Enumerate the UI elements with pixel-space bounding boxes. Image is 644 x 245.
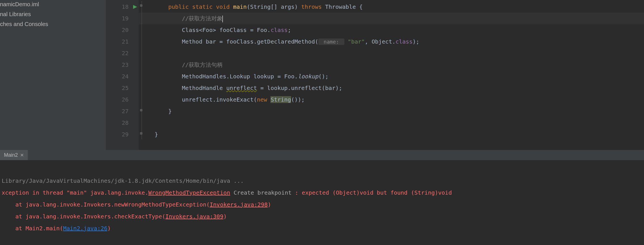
sidebar-item[interactable]: nal Libraries: [0, 10, 106, 20]
inlay-hint: name:: [318, 38, 344, 45]
line-number: 29: [122, 131, 129, 138]
fold-end-icon[interactable]: ⊟: [140, 131, 144, 135]
console-command: Library/Java/JavaVirtualMachines/jdk-1.8…: [2, 177, 244, 184]
code-line[interactable]: MethodHandles.Lookup lookup = Foo.lookup…: [139, 71, 644, 82]
exception-link[interactable]: WrongMethodTypeException: [148, 189, 230, 196]
code-area[interactable]: ⊟ ⊟ ⊟ public static void main(String[] a…: [139, 0, 644, 150]
line-number: 21: [122, 38, 129, 45]
code-line[interactable]: [139, 117, 644, 129]
gutter: 18 19 20 21 22 23 24 25 26 27 28 29: [106, 0, 139, 150]
code-line[interactable]: public static void main(String[] args) t…: [139, 1, 644, 13]
code-line[interactable]: //获取方法对象: [139, 13, 644, 24]
line-number: 25: [122, 85, 129, 91]
code-line[interactable]: Class<Foo> fooClass = Foo.class;: [139, 24, 644, 36]
run-tool-window: Main2 ✕ Library/Java/JavaVirtualMachines…: [0, 150, 644, 245]
fold-handle-icon[interactable]: ⊟: [140, 3, 144, 7]
sidebar-item[interactable]: namicDemo.iml: [0, 0, 106, 10]
fold-column: ⊟ ⊟ ⊟: [139, 0, 147, 150]
close-icon[interactable]: ✕: [20, 152, 24, 158]
stacktrace-link[interactable]: Invokers.java:309: [165, 213, 223, 220]
line-number: 20: [122, 27, 129, 33]
run-gutter-icon[interactable]: [133, 1, 137, 13]
run-tab-label: Main2: [4, 152, 18, 158]
svg-marker-0: [133, 5, 137, 9]
fold-end-icon[interactable]: ⊟: [140, 108, 144, 112]
run-tab[interactable]: Main2 ✕: [0, 150, 28, 160]
project-sidebar[interactable]: namicDemo.iml nal Libraries ches and Con…: [0, 0, 106, 150]
sidebar-item-label: ches and Consoles: [0, 21, 48, 27]
sidebar-item-label: namicDemo.iml: [0, 1, 39, 7]
line-number: 26: [122, 96, 129, 103]
run-tabs: Main2 ✕: [0, 150, 644, 160]
line-number: 27: [122, 108, 129, 115]
code-line[interactable]: Method bar = fooClass.getDeclaredMethod(…: [139, 36, 644, 48]
line-number: 19: [122, 15, 129, 22]
code-line[interactable]: }: [139, 106, 644, 117]
stacktrace-link[interactable]: Main2.java:26: [63, 225, 108, 232]
line-number: 18: [122, 3, 129, 10]
line-number: 24: [122, 73, 129, 80]
code-line[interactable]: }: [139, 129, 644, 140]
text-caret: [222, 16, 223, 22]
stacktrace-link[interactable]: Invokers.java:298: [210, 201, 268, 208]
code-line[interactable]: //获取方法句柄: [139, 59, 644, 71]
code-line[interactable]: [139, 48, 644, 59]
sidebar-item[interactable]: ches and Consoles: [0, 20, 106, 30]
code-line[interactable]: unreflect.invokeExact(new String());: [139, 94, 644, 106]
sidebar-item-label: nal Libraries: [0, 11, 31, 17]
console-output[interactable]: Library/Java/JavaVirtualMachines/jdk-1.8…: [0, 160, 644, 245]
line-number: 28: [122, 119, 129, 126]
line-number: 22: [122, 50, 129, 57]
create-breakpoint-hint[interactable]: Create breakpoint: [234, 189, 292, 196]
line-number: 23: [122, 61, 129, 68]
code-line[interactable]: MethodHandle unreflect = lookup.unreflec…: [139, 82, 644, 94]
code-editor[interactable]: 18 19 20 21 22 23 24 25 26 27 28 29: [106, 0, 644, 150]
